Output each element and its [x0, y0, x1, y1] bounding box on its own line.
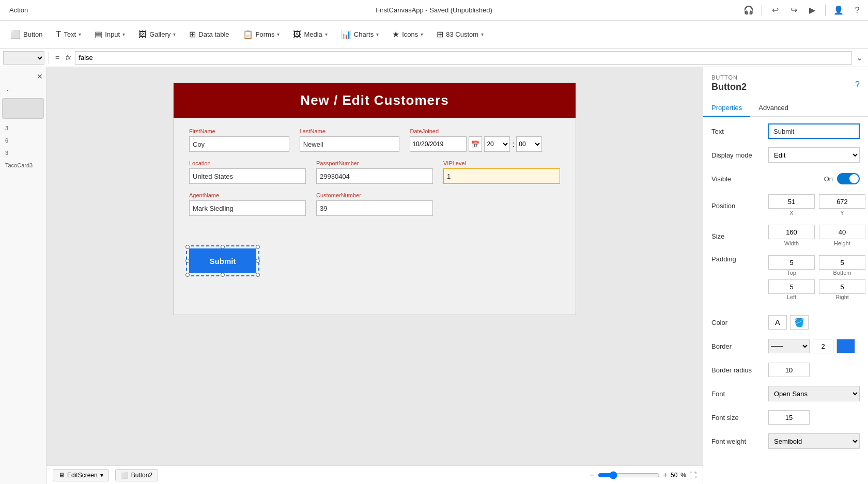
border-color-swatch[interactable]	[836, 339, 855, 353]
datatable-label: Data table	[198, 30, 229, 38]
border-radius-input[interactable]: 10	[768, 363, 810, 377]
text-prop-input[interactable]: Submit	[768, 123, 860, 139]
visible-on-label: On	[824, 175, 833, 183]
button-label: Button	[23, 30, 43, 38]
ribbon-button[interactable]: ⬜ Button	[4, 26, 49, 42]
visible-label: Visible	[711, 175, 768, 183]
user-icon[interactable]: 👤	[833, 5, 844, 16]
submit-button[interactable]: Submit	[189, 248, 256, 273]
position-x-input[interactable]: 51	[768, 194, 815, 209]
ribbon-media[interactable]: 🖼 Media ▾	[287, 27, 333, 42]
position-labels: X Y	[768, 210, 865, 217]
text-prop-value: Submit	[768, 123, 860, 139]
tab-properties[interactable]: Properties	[703, 100, 750, 117]
customernumber-input[interactable]: 39	[316, 200, 433, 216]
ribbon-text[interactable]: T Text ▾	[50, 27, 88, 42]
button2-tab[interactable]: ⬜ Button2	[115, 469, 158, 481]
icons-icon: ★	[392, 29, 399, 39]
border-width-input[interactable]: 2	[813, 339, 833, 353]
size-inputs: 160 40	[768, 225, 865, 239]
width-label: Width	[768, 240, 815, 246]
padding-right-input[interactable]: 5	[819, 279, 865, 294]
left-sidebar: ✕ ... 3 6 3 TacoCard3	[0, 67, 47, 484]
sidebar-item-tacocard[interactable]: TacoCard3	[2, 160, 44, 170]
padding-top-field: 5 Top	[768, 255, 815, 277]
font-select[interactable]: Open Sans	[768, 386, 860, 401]
form-row-1: FirstName Coy LastName Newell DateJoined…	[189, 128, 560, 152]
sidebar-item-6[interactable]: 6	[2, 135, 44, 146]
charts-icon: 📊	[341, 29, 351, 39]
submit-btn-wrapper: Submit	[189, 248, 256, 273]
redo-icon[interactable]: ↪	[788, 5, 799, 16]
padding-top-input[interactable]: 5	[768, 255, 815, 270]
border-style-select[interactable]: ——	[768, 339, 810, 353]
passport-field: PassportNumber 29930404	[316, 160, 433, 184]
zoom-slider[interactable]	[598, 471, 660, 479]
agentname-label: AgentName	[189, 192, 306, 198]
tab-advanced[interactable]: Advanced	[750, 100, 797, 117]
padding-left-input[interactable]: 5	[768, 279, 815, 294]
canvas-area[interactable]: New / Edit Customers FirstName Coy LastN…	[47, 67, 703, 484]
action-menu[interactable]: Action	[5, 6, 32, 14]
viplevel-input[interactable]: 1	[443, 168, 560, 184]
border-label: Border	[711, 342, 768, 350]
ribbon-custom[interactable]: ⊞ 83 Custom ▾	[430, 26, 490, 42]
date-hour-select[interactable]: 20	[484, 136, 510, 152]
padding-right-label: Right	[819, 294, 865, 300]
ribbon-icons[interactable]: ★ Icons ▾	[386, 26, 429, 42]
ribbon-input[interactable]: ▤ Input ▾	[88, 26, 131, 42]
lastname-input[interactable]: Newell	[300, 136, 400, 152]
formula-expand-icon[interactable]: ⌄	[854, 53, 865, 63]
visible-toggle[interactable]	[837, 173, 860, 184]
ribbon-forms[interactable]: 📋 Forms ▾	[237, 26, 286, 42]
fill-color-swatch[interactable]: 🪣	[790, 315, 809, 330]
formula-input[interactable]: false	[75, 51, 852, 65]
text-prop-label: Text	[711, 128, 768, 135]
calendar-icon[interactable]: 📅	[469, 136, 482, 152]
padding-bottom-label: Bottom	[819, 270, 865, 276]
zoom-in-button[interactable]: +	[663, 471, 668, 480]
sidebar-screen-thumb[interactable]	[2, 98, 44, 119]
sidebar-item-1[interactable]: ...	[2, 84, 44, 94]
border-radius-value: 10	[768, 363, 860, 377]
prop-padding-row: Padding 5 Top 5 Bottom	[711, 255, 860, 302]
fontweight-select[interactable]: Semibold	[768, 433, 860, 449]
ribbon-datatable[interactable]: ⊞ Data table	[183, 26, 235, 42]
custom-label: 83 Custom	[446, 30, 478, 38]
font-value: Open Sans	[768, 386, 860, 401]
headset-icon[interactable]: 🎧	[743, 5, 754, 16]
formula-scope-select[interactable]	[3, 51, 44, 65]
panel-help-icon[interactable]: ?	[855, 80, 860, 89]
firstname-input[interactable]: Coy	[189, 136, 289, 152]
fontsize-input[interactable]: 15	[768, 410, 810, 425]
size-w-input[interactable]: 160	[768, 225, 815, 239]
size-h-input[interactable]: 40	[819, 225, 865, 239]
screen-icon: 🖥	[58, 472, 65, 479]
sidebar-item-3[interactable]: 3	[2, 123, 44, 133]
undo-icon[interactable]: ↩	[769, 5, 781, 16]
padding-bottom-input[interactable]: 5	[819, 255, 865, 270]
customernumber-field: CustomerNumber 39	[316, 192, 433, 216]
fullscreen-button[interactable]: ⛶	[689, 471, 696, 479]
ribbon-charts[interactable]: 📊 Charts ▾	[335, 26, 385, 42]
sidebar-item-3b[interactable]: 3	[2, 148, 44, 158]
agentname-input[interactable]: Mark Siedling	[189, 200, 306, 216]
submit-button-container: Submit	[189, 248, 256, 273]
ribbon-gallery[interactable]: 🖼 Gallery ▾	[132, 27, 182, 42]
padding-left-right: 5 Left 5 Right	[768, 279, 865, 302]
location-input[interactable]: United States	[189, 168, 306, 184]
displaymode-select[interactable]: Edit	[768, 147, 860, 163]
help-icon[interactable]: ?	[851, 5, 863, 16]
date-input[interactable]: 10/20/2019	[410, 136, 467, 152]
zoom-out-button[interactable]: −	[590, 471, 594, 480]
passport-input[interactable]: 29930404	[316, 168, 433, 184]
edit-screen-tab[interactable]: 🖥 EditScreen ▾	[53, 469, 109, 481]
position-y-input[interactable]: 672	[819, 194, 865, 209]
date-min-select[interactable]: 00	[516, 136, 542, 152]
firstname-field: FirstName Coy	[189, 128, 289, 152]
prop-text-row: Text Submit	[711, 123, 860, 139]
font-color-swatch[interactable]: A	[768, 315, 787, 330]
play-icon[interactable]: ▶	[807, 5, 818, 16]
prop-size-row: Size 160 40 Width Height	[711, 225, 860, 248]
sidebar-close-button[interactable]: ✕	[2, 71, 44, 82]
